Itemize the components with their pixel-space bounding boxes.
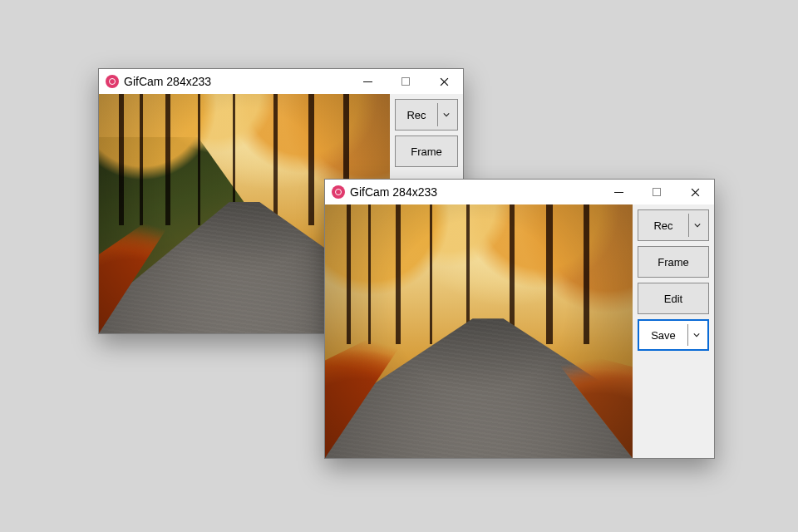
titlebar[interactable]: GifCam 284x233 — [99, 69, 463, 94]
frame-button-label: Frame — [658, 256, 689, 268]
window-controls — [348, 69, 463, 94]
rec-button[interactable]: Rec — [638, 209, 709, 241]
app-icon — [332, 185, 345, 199]
rec-dropdown-button[interactable] — [437, 103, 454, 126]
rec-button-label: Rec — [638, 210, 688, 240]
chevron-down-icon — [693, 332, 700, 338]
app-icon — [106, 75, 119, 88]
frame-button[interactable]: Frame — [395, 135, 458, 167]
save-dropdown-button[interactable] — [687, 324, 704, 346]
save-button[interactable]: Save — [638, 319, 709, 351]
sidebar: Rec Frame Edit Save — [633, 204, 714, 458]
frame-button-label: Frame — [411, 145, 442, 158]
edit-button[interactable]: Edit — [638, 283, 709, 314]
minimize-button[interactable] — [599, 180, 638, 204]
titlebar[interactable]: GifCam 284x233 — [325, 180, 714, 204]
capture-area[interactable] — [325, 204, 633, 458]
save-button-label: Save — [639, 321, 687, 349]
window-title: GifCam 284x233 — [350, 185, 437, 199]
rec-dropdown-button[interactable] — [688, 214, 705, 237]
chevron-down-icon — [694, 222, 701, 229]
close-icon — [691, 188, 700, 197]
close-button[interactable] — [676, 180, 714, 204]
gifcam-window-2: GifCam 284x233 Rec — [324, 179, 715, 459]
maximize-button[interactable] — [387, 69, 425, 94]
close-button[interactable] — [425, 69, 463, 94]
close-icon — [440, 77, 449, 86]
minimize-button[interactable] — [348, 69, 387, 94]
window-controls — [599, 180, 714, 204]
edit-button-label: Edit — [664, 293, 682, 305]
chevron-down-icon — [443, 111, 450, 118]
rec-button-label: Rec — [396, 100, 437, 130]
maximize-button[interactable] — [638, 180, 676, 204]
frame-button[interactable]: Frame — [638, 246, 709, 278]
capture-preview-image — [325, 204, 633, 458]
rec-button[interactable]: Rec — [395, 99, 458, 131]
window-title: GifCam 284x233 — [124, 75, 211, 88]
